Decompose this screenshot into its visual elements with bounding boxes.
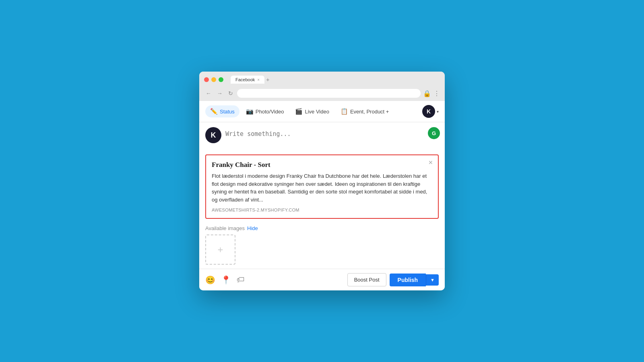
forward-button[interactable]: → [215,89,224,97]
back-button[interactable]: ← [204,89,213,97]
event-tab-icon: 📋 [341,108,348,115]
post-text-input[interactable] [225,127,439,148]
browser-tab[interactable]: Facebook × [231,76,264,84]
available-images-header: Available images Hide [205,225,439,231]
link-preview-title: Franky Chair - Sort [212,161,432,169]
compose-footer: 😊 📍 🏷 Boost Post Publish ▼ [199,269,445,290]
browser-menu-icon[interactable]: ⋮ [433,90,440,97]
add-image-button[interactable]: + [205,234,235,265]
publish-button[interactable]: Publish [390,274,426,286]
tab-photo-video[interactable]: 📷 Photo/Video [241,105,289,117]
tab-title: Facebook [235,77,255,82]
available-images-label: Available images [205,225,245,231]
grammarly-icon: G [428,127,440,139]
user-avatar-header[interactable]: K [422,105,435,118]
tab-live-video[interactable]: 🎬 Live Video [290,105,334,117]
close-button[interactable] [204,77,209,82]
live-tab-label: Live Video [305,109,329,115]
boost-post-button[interactable]: Boost Post [347,273,386,286]
link-preview-description: Flot læderstol i moderne design Franky C… [212,172,432,204]
publish-btn-group: Publish ▼ [390,274,439,286]
new-tab-button[interactable]: + [266,76,269,83]
emoji-icon[interactable]: 😊 [205,275,215,285]
compose-tabs: ✏️ Status 📷 Photo/Video 🎬 Live Video 📋 E… [199,101,445,122]
status-tab-label: Status [220,109,235,115]
footer-icons: 😊 📍 🏷 [205,275,245,285]
tag-icon[interactable]: 🏷 [237,275,245,284]
publish-dropdown-icon: ▼ [430,278,435,282]
minimize-button[interactable] [211,77,216,82]
status-tab-icon: ✏️ [210,108,218,115]
browser-titlebar: Facebook × + [199,72,445,87]
user-avatar-letter: K [427,108,431,115]
user-avatar-large-letter: K [211,131,216,140]
browser-window: Facebook × + ← → ↻ 🔒 ⋮ ✏️ Status 📷 Photo… [199,72,445,290]
tab-close-icon[interactable]: × [257,78,260,82]
event-tab-label: Event, Product + [350,109,389,115]
user-dropdown-arrow[interactable]: ▾ [437,109,439,114]
publish-dropdown-button[interactable]: ▼ [426,274,439,286]
tab-event[interactable]: 📋 Event, Product + [336,105,394,117]
browser-tab-bar: Facebook × + [231,76,440,84]
traffic-lights [204,77,223,82]
link-preview-url: AWESOMETSHIRTS-2.MYSHOPIFY.COM [212,208,432,212]
hide-images-link[interactable]: Hide [247,225,258,231]
photo-tab-label: Photo/Video [256,109,284,115]
maximize-button[interactable] [219,77,223,82]
link-preview-card: ✕ Franky Chair - Sort Flot læderstol i m… [205,154,439,219]
link-preview-close-button[interactable]: ✕ [427,158,435,167]
close-icon: ✕ [428,159,433,166]
post-input-area: K G [199,122,445,153]
location-icon[interactable]: 📍 [221,275,231,285]
available-images-section: Available images Hide + [199,223,445,269]
address-input[interactable] [237,89,421,98]
photo-tab-icon: 📷 [246,108,254,115]
browser-address-bar: ← → ↻ 🔒 ⋮ [199,87,445,101]
live-tab-icon: 🎬 [295,108,303,115]
add-image-icon: + [217,244,223,255]
refresh-button[interactable]: ↻ [227,89,235,97]
lock-icon: 🔒 [423,90,431,97]
compose-container: ✏️ Status 📷 Photo/Video 🎬 Live Video 📋 E… [199,101,445,290]
user-avatar-large: K [205,127,221,143]
tab-status[interactable]: ✏️ Status [205,105,239,117]
